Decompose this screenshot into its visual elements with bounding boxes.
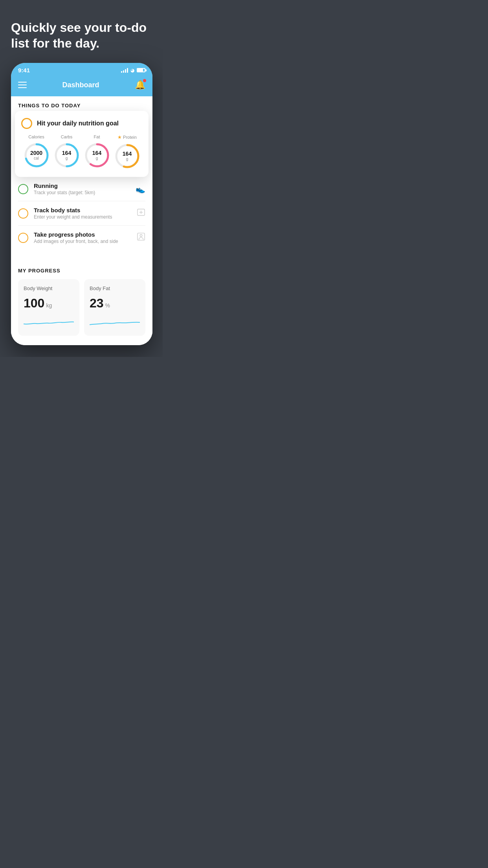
progress-section: MY PROGRESS Body Weight 100 kg (11, 261, 152, 345)
app-header: Dashboard 🔔 (11, 76, 152, 96)
protein-value: 164 (123, 151, 132, 157)
todo-list: Running Track your stats (target: 5km) 👟… (11, 177, 152, 250)
phone-frame: 9:41 ◕ Dashboard (11, 63, 152, 345)
progress-header: MY PROGRESS (18, 268, 145, 274)
todo-progress-photos[interactable]: Take progress photos Add images of your … (18, 226, 145, 250)
body-stats-subtitle: Enter your weight and measurements (34, 214, 131, 220)
body-fat-unit: % (105, 302, 110, 309)
fat-unit: g (92, 156, 101, 160)
progress-photos-check-circle[interactable] (18, 233, 28, 243)
body-weight-value-row: 100 kg (24, 296, 74, 311)
body-stats-title: Track body stats (34, 207, 131, 213)
header-title: Dashboard (62, 81, 99, 89)
running-title: Running (34, 182, 130, 189)
nutrition-carbs: Carbs 164 g (53, 134, 81, 169)
running-subtitle: Track your stats (target: 5km) (34, 190, 130, 195)
todo-body-stats[interactable]: Track body stats Enter your weight and m… (18, 201, 145, 226)
body-stats-check-circle[interactable] (18, 208, 28, 219)
carbs-label: Carbs (61, 134, 72, 139)
todo-running[interactable]: Running Track your stats (target: 5km) 👟 (18, 177, 145, 201)
body-weight-unit: kg (46, 302, 52, 309)
progress-photos-text: Take progress photos Add images of your … (34, 231, 131, 244)
svg-point-12 (140, 235, 142, 237)
running-text: Running Track your stats (target: 5km) (34, 182, 130, 195)
running-shoe-icon: 👟 (136, 184, 145, 194)
phone-content: THINGS TO DO TODAY Hit your daily nutrit… (11, 96, 152, 345)
running-check-circle[interactable] (18, 184, 28, 194)
notification-dot (143, 79, 146, 82)
status-time: 9:41 (18, 67, 30, 74)
body-weight-title: Body Weight (24, 285, 74, 291)
body-fat-title: Body Fat (90, 285, 140, 291)
carbs-unit: g (62, 156, 71, 160)
notification-button[interactable]: 🔔 (135, 80, 145, 90)
nutrition-check-circle[interactable] (21, 118, 32, 129)
calories-unit: cal (30, 156, 42, 160)
hero-text: Quickly see your to-do list for the day. (11, 20, 152, 51)
calories-label: Calories (28, 134, 44, 139)
nutrition-row: Calories 2000 cal (21, 134, 142, 170)
nutrition-protein: ★ Protein 164 g (114, 134, 141, 170)
bottom-bg (11, 345, 152, 357)
progress-cards: Body Weight 100 kg Body Fat 23 (18, 279, 145, 336)
calories-value: 2000 (30, 150, 42, 156)
body-fat-card: Body Fat 23 % (84, 279, 145, 336)
status-bar: 9:41 ◕ (11, 63, 152, 76)
body-stats-text: Track body stats Enter your weight and m… (34, 207, 131, 220)
body-weight-value: 100 (24, 296, 44, 311)
progress-photos-title: Take progress photos (34, 231, 131, 238)
page-background: Quickly see your to-do list for the day.… (0, 0, 163, 357)
progress-photos-subtitle: Add images of your front, back, and side (34, 239, 131, 244)
battery-icon (137, 68, 145, 72)
fat-label: Fat (94, 134, 100, 139)
spacer (11, 250, 152, 261)
protein-star-icon: ★ (117, 134, 122, 140)
scale-icon (137, 208, 145, 219)
nutrition-card-title: Hit your daily nutrition goal (37, 120, 119, 127)
card-title-row: Hit your daily nutrition goal (21, 118, 142, 129)
calories-circle: 2000 cal (23, 142, 50, 169)
things-header: THINGS TO DO TODAY (11, 96, 152, 112)
nutrition-card: Hit your daily nutrition goal Calories (15, 111, 149, 177)
nutrition-fat: Fat 164 g (83, 134, 111, 169)
person-icon (137, 232, 145, 243)
carbs-circle: 164 g (53, 142, 81, 169)
body-fat-chart (90, 316, 140, 328)
fat-circle: 164 g (83, 142, 111, 169)
body-fat-value-row: 23 % (90, 296, 140, 311)
wifi-icon: ◕ (130, 68, 134, 73)
body-weight-chart (24, 316, 74, 328)
carbs-value: 164 (62, 150, 71, 156)
protein-label: ★ Protein (117, 134, 137, 140)
menu-button[interactable] (18, 82, 27, 88)
signal-icon (121, 68, 128, 73)
fat-value: 164 (92, 150, 101, 156)
protein-circle: 164 g (114, 142, 141, 170)
body-fat-value: 23 (90, 296, 104, 311)
status-icons: ◕ (121, 68, 145, 73)
body-weight-card: Body Weight 100 kg (18, 279, 79, 336)
protein-unit: g (123, 157, 132, 161)
nutrition-calories: Calories 2000 cal (23, 134, 50, 169)
